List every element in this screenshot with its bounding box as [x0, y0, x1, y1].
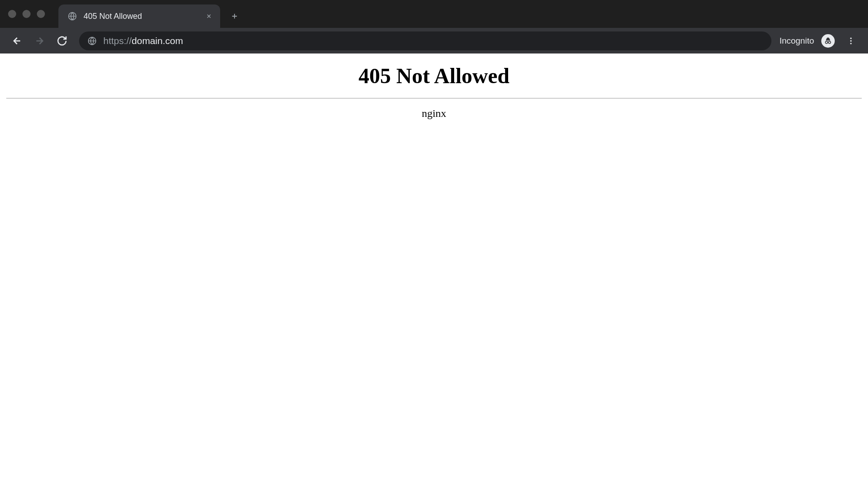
- svg-point-2: [825, 41, 828, 43]
- incognito-label: Incognito: [779, 36, 814, 46]
- reload-button[interactable]: [53, 32, 71, 50]
- window-controls: [8, 10, 45, 18]
- divider: [6, 98, 862, 98]
- svg-point-5: [850, 40, 851, 41]
- server-name: nginx: [6, 107, 862, 120]
- new-tab-button[interactable]: [226, 7, 244, 25]
- page-viewport: 405 Not Allowed nginx: [0, 53, 868, 126]
- close-window-button[interactable]: [8, 10, 16, 18]
- forward-button[interactable]: [31, 32, 49, 50]
- svg-point-4: [850, 37, 851, 39]
- minimize-window-button[interactable]: [22, 10, 31, 18]
- back-button[interactable]: [8, 32, 26, 50]
- incognito-icon[interactable]: [821, 34, 835, 48]
- svg-point-6: [850, 43, 851, 44]
- site-info-icon[interactable]: [87, 36, 97, 46]
- close-tab-button[interactable]: [204, 11, 214, 21]
- browser-toolbar: https://domain.com Incognito: [0, 28, 868, 53]
- tab-title: 405 Not Allowed: [84, 12, 198, 21]
- address-bar[interactable]: https://domain.com: [79, 31, 771, 50]
- maximize-window-button[interactable]: [37, 10, 45, 18]
- globe-icon: [67, 11, 77, 21]
- url-protocol: https://: [103, 36, 132, 46]
- browser-menu-button[interactable]: [842, 32, 860, 50]
- error-heading: 405 Not Allowed: [6, 63, 862, 88]
- tab-strip: 405 Not Allowed: [58, 0, 244, 28]
- url-domain: domain.com: [132, 36, 183, 46]
- url-text: https://domain.com: [103, 36, 183, 46]
- browser-titlebar: 405 Not Allowed: [0, 0, 868, 28]
- browser-tab[interactable]: 405 Not Allowed: [58, 4, 220, 28]
- svg-point-3: [828, 41, 831, 43]
